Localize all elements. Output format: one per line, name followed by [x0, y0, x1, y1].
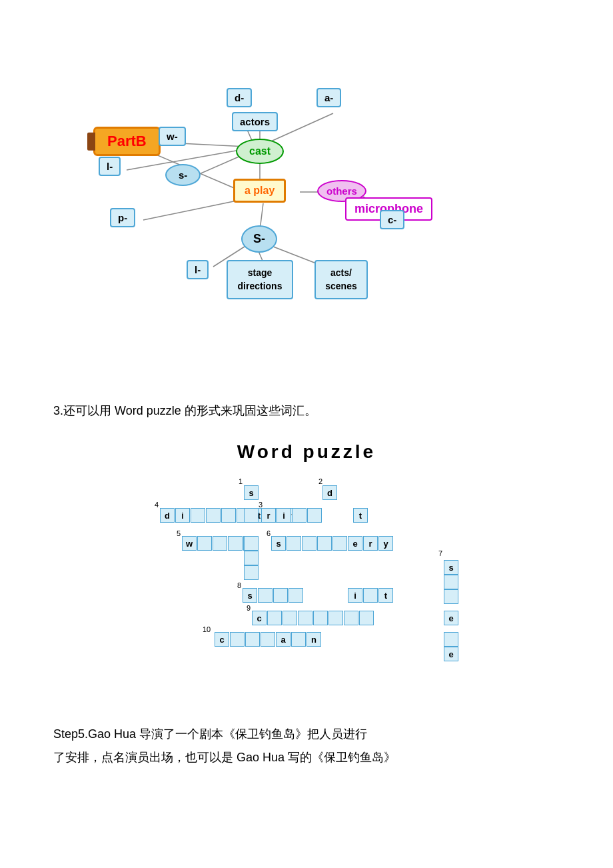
cell-7e3: e	[444, 647, 458, 661]
l-dash-node: l-	[99, 157, 121, 176]
cell-8i: i	[348, 588, 362, 603]
cell-4a	[191, 508, 205, 523]
cell-5b	[213, 536, 227, 551]
cell-6b	[302, 536, 316, 551]
clue-5: 5	[177, 529, 181, 537]
cell-8a	[258, 588, 273, 603]
cell-4d: d	[160, 508, 175, 523]
puzzle-title: Word puzzle	[53, 441, 560, 463]
actors-label: actors	[240, 116, 270, 127]
cell-3y	[307, 508, 322, 523]
cell-6c	[317, 536, 332, 551]
svg-line-4	[180, 143, 247, 147]
l-dash2-label: l-	[195, 264, 201, 275]
cell-9c: c	[252, 611, 267, 625]
cell-5g-join	[228, 536, 243, 551]
actors-node: actors	[232, 112, 278, 131]
cell-6r: r	[363, 536, 378, 551]
cell-vert1	[244, 536, 259, 551]
cell-5a	[197, 536, 212, 551]
cast-node: cast	[236, 139, 284, 164]
step-section: Step5.Gao Hua 导演了一个剧本《保卫钓鱼岛》把人员进行 了安排，点名…	[0, 709, 613, 781]
cell-9d	[313, 611, 328, 625]
p-dash-label: p-	[118, 212, 127, 223]
others-label: others	[326, 185, 357, 197]
cell-vert3	[244, 565, 259, 580]
cell-10c: c	[215, 632, 229, 647]
cell-6e: e	[348, 536, 362, 551]
a-dash-label: a-	[324, 92, 333, 103]
cell-3i: i	[277, 508, 291, 523]
mindmap-lines	[0, 40, 613, 387]
cell-8c	[289, 588, 303, 603]
cell-4i: i	[175, 508, 190, 523]
cell-10a	[230, 632, 245, 647]
d-dash-node: d-	[227, 88, 252, 107]
cell-4b	[206, 508, 221, 523]
step-line2: 了安排，点名演员出场，也可以是 Gao Hua 写的《保卫钓鱼岛》	[53, 746, 560, 769]
partb-node: PartB	[93, 127, 161, 156]
cell-6a	[287, 536, 301, 551]
partb-label: PartB	[93, 127, 161, 156]
stage-directions-node: stagedirections	[227, 260, 293, 299]
w-dash-node: w-	[159, 127, 186, 146]
c-dash-label: c-	[388, 214, 396, 225]
cell-3r: r	[261, 508, 276, 523]
cell-3x	[292, 508, 306, 523]
cell-10n: n	[306, 632, 321, 647]
acts-scenes-node: acts/scenes	[314, 260, 368, 299]
cell-7e: e	[444, 611, 458, 625]
cell-8s: s	[243, 588, 257, 603]
cell-10b	[245, 632, 260, 647]
s-main-label: S-	[253, 232, 265, 246]
d-dash-label: d-	[235, 92, 244, 103]
clue-7: 7	[438, 549, 442, 557]
l-dash2-node: l-	[187, 260, 209, 279]
p-dash-node: p-	[110, 208, 135, 227]
a-play-label: a play	[245, 185, 275, 197]
a-dash-node: a-	[316, 88, 341, 107]
clue-8: 8	[237, 581, 241, 589]
cell-5w: w	[182, 536, 197, 551]
cell-10c2	[261, 632, 275, 647]
clue-9: 9	[247, 604, 251, 612]
clue-2: 2	[318, 477, 322, 485]
clue-6: 6	[267, 529, 271, 537]
cell-7e2	[444, 632, 458, 647]
cell-6d	[332, 536, 347, 551]
a-play-node: a play	[233, 179, 286, 203]
puzzle-section: Word puzzle 1 2 s d 4 3 d i t r r i t	[0, 435, 613, 709]
cell-1s2	[244, 508, 259, 523]
cell-9c2	[298, 611, 312, 625]
cell-2d: d	[322, 485, 337, 500]
cell-9f	[344, 611, 358, 625]
acts-scenes-label: acts/scenes	[325, 267, 356, 293]
cell-8t: t	[378, 588, 393, 603]
s-main-node: S-	[241, 225, 277, 253]
c-dash-node: c-	[380, 210, 404, 229]
cell-6y: y	[378, 536, 393, 551]
cell-7s: s	[444, 560, 458, 575]
text-content: 3.还可以用 Word puzzle 的形式来巩固这些词汇。	[53, 400, 560, 421]
stage-directions-label: stagedirections	[238, 267, 283, 293]
cell-9e	[328, 611, 343, 625]
puzzle-grid: 1 2 s d 4 3 d i t r r i t 5 6 w	[113, 476, 500, 703]
cell-7b	[444, 589, 458, 604]
clue-1: 1	[239, 477, 243, 485]
cell-vert2	[244, 551, 259, 565]
w-dash-label: w-	[167, 131, 178, 142]
cell-1s: s	[244, 485, 259, 500]
text-section: 3.还可以用 Word puzzle 的形式来巩固这些词汇。	[0, 387, 613, 435]
cell-8d	[363, 588, 378, 603]
mindmap-section: PartB d- a- actors w- cast l- s- a play …	[0, 40, 613, 387]
cast-label: cast	[249, 145, 271, 157]
cell-10a2: a	[276, 632, 291, 647]
clue-4: 4	[155, 501, 159, 509]
cell-6s: s	[271, 536, 286, 551]
cell-9g	[359, 611, 374, 625]
cell-8b	[273, 588, 288, 603]
s-ellipse-label: s-	[179, 169, 187, 181]
l-dash-label: l-	[107, 161, 113, 172]
cell-4c	[221, 508, 236, 523]
cell-9a	[267, 611, 282, 625]
